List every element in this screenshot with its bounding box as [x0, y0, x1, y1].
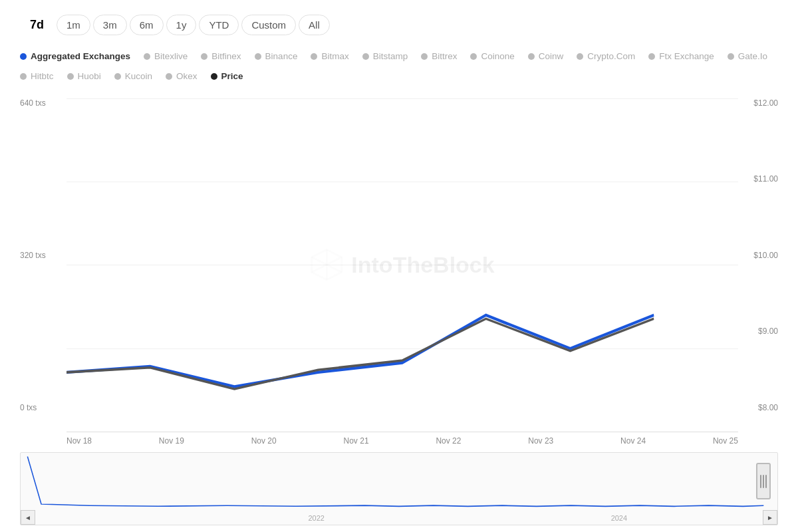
mini-blue-line [27, 457, 763, 507]
main-chart: IntoTheBlock [66, 98, 738, 432]
legend-label: Price [221, 68, 243, 84]
legend-item-coinw[interactable]: Coinw [528, 49, 564, 65]
blue-line [66, 315, 654, 386]
legend-dot [67, 73, 74, 80]
mini-nav-left-button[interactable]: ◄ [21, 510, 35, 525]
legend-item-cryptocom[interactable]: Crypto.Com [577, 49, 635, 65]
legend-item-kucoin[interactable]: Kucoin [114, 68, 152, 84]
x-axis-label: Nov 21 [344, 436, 369, 446]
time-btn-ytd[interactable]: YTD [199, 15, 239, 35]
legend-label: Crypto.Com [587, 49, 635, 65]
legend-label: Coinw [539, 49, 564, 65]
time-btn-3m[interactable]: 3m [93, 15, 127, 35]
legend-label: Bitstamp [373, 49, 408, 65]
legend-label: Ftx Exchange [659, 49, 714, 65]
y-axis-right-label: $12.00 [738, 98, 778, 108]
time-btn-6m[interactable]: 6m [130, 15, 164, 35]
legend-dot [20, 73, 27, 80]
time-btn-7d[interactable]: 7d [20, 13, 54, 37]
y-axis-right-label: $10.00 [738, 251, 778, 260]
x-axis-label: Nov 24 [620, 436, 646, 446]
y-axis-right-label: $9.00 [738, 327, 778, 336]
legend-dot [577, 53, 583, 60]
legend-dot [20, 53, 27, 60]
time-btn-1m[interactable]: 1m [57, 15, 90, 35]
legend-item-ftx-exchange[interactable]: Ftx Exchange [648, 49, 714, 65]
legend-item-huobi[interactable]: Huobi [67, 68, 101, 84]
legend-dot [166, 73, 172, 80]
legend-label: Hitbtc [31, 68, 54, 84]
legend-label: Bitfinex [211, 49, 241, 65]
legend-item-bitstamp[interactable]: Bitstamp [362, 49, 408, 65]
mini-year-2024: 2024 [611, 514, 627, 522]
legend-label: Bitexlive [154, 49, 188, 65]
y-axis-right-label: $8.00 [738, 403, 778, 412]
legend-dot [201, 53, 207, 60]
y-axis-left: 640 txs320 txs0 txs [20, 98, 66, 432]
legend-label: Binance [265, 49, 298, 65]
legend-dot [728, 53, 734, 60]
x-axis-label: Nov 23 [528, 436, 553, 446]
legend-dot [421, 53, 428, 60]
mini-chart: 2022 2024 ◄ ► [20, 452, 778, 525]
legend-label: Aggregated Exchanges [31, 49, 130, 65]
legend-label: Gate.Io [738, 49, 767, 65]
gray-line [66, 319, 654, 389]
scroll-line-2 [763, 475, 764, 488]
legend-item-hitbtc[interactable]: Hitbtc [20, 68, 54, 84]
legend-dot [362, 53, 369, 60]
legend-item-price[interactable]: Price [211, 68, 243, 84]
x-axis-label: Nov 25 [713, 436, 738, 446]
scroll-line-3 [765, 475, 767, 488]
legend-dot [528, 53, 535, 60]
y-axis-left-label: 0 txs [20, 403, 66, 412]
legend-item-coinone[interactable]: Coinone [470, 49, 514, 65]
mini-chart-inner [21, 453, 777, 511]
legend-dot [648, 53, 655, 60]
mini-scroll-handle[interactable] [756, 463, 771, 499]
legend-item-bitmax[interactable]: Bitmax [311, 49, 348, 65]
time-btn-custom[interactable]: Custom [241, 15, 296, 35]
time-range-selector: 7d1m3m6m1yYTDCustomAll [20, 13, 778, 37]
legend-dot [311, 53, 317, 60]
mini-nav-right-button[interactable]: ► [763, 510, 777, 525]
chart-area: 640 txs320 txs0 txs IntoTheBlock [20, 98, 778, 525]
mini-chart-svg [21, 453, 777, 511]
main-container: 7d1m3m6m1yYTDCustomAll Aggregated Exchan… [0, 0, 798, 532]
x-axis-label: Nov 20 [251, 436, 277, 446]
mini-year-2022: 2022 [308, 514, 324, 522]
scroll-line-1 [760, 475, 761, 488]
chart-legend: Aggregated ExchangesBitexliveBitfinexBin… [20, 49, 778, 85]
legend-item-aggregated-exchanges[interactable]: Aggregated Exchanges [20, 49, 130, 65]
mini-scroll-lines [760, 475, 767, 488]
chart-svg [66, 98, 738, 432]
legend-item-okex[interactable]: Okex [166, 68, 198, 84]
x-axis: Nov 18Nov 19Nov 20Nov 21Nov 22Nov 23Nov … [66, 432, 738, 446]
legend-item-bittrex[interactable]: Bittrex [421, 49, 457, 65]
y-axis-right: $12.00$11.00$10.00$9.00$8.00 [738, 98, 778, 432]
y-axis-left-label: 320 txs [20, 251, 66, 260]
legend-item-bitexlive[interactable]: Bitexlive [144, 49, 188, 65]
legend-label: Huobi [78, 68, 101, 84]
legend-label: Bittrex [432, 49, 457, 65]
legend-dot [114, 73, 121, 80]
legend-dot [255, 53, 261, 60]
legend-label: Bitmax [321, 49, 348, 65]
legend-item-bitfinex[interactable]: Bitfinex [201, 49, 241, 65]
x-axis-label: Nov 18 [66, 436, 92, 446]
legend-dot [211, 73, 217, 80]
time-btn-1y[interactable]: 1y [166, 15, 197, 35]
legend-label: Okex [176, 68, 198, 84]
legend-item-binance[interactable]: Binance [255, 49, 298, 65]
x-axis-label: Nov 19 [159, 436, 184, 446]
main-chart-wrapper: 640 txs320 txs0 txs IntoTheBlock [20, 98, 778, 432]
y-axis-left-label: 640 txs [20, 98, 66, 108]
y-axis-right-label: $11.00 [738, 174, 778, 184]
legend-dot [144, 53, 150, 60]
time-btn-all[interactable]: All [299, 15, 330, 35]
x-axis-label: Nov 22 [436, 436, 461, 446]
legend-label: Coinone [481, 49, 514, 65]
legend-label: Kucoin [125, 68, 152, 84]
legend-item-gateio[interactable]: Gate.Io [728, 49, 767, 65]
legend-dot [470, 53, 477, 60]
